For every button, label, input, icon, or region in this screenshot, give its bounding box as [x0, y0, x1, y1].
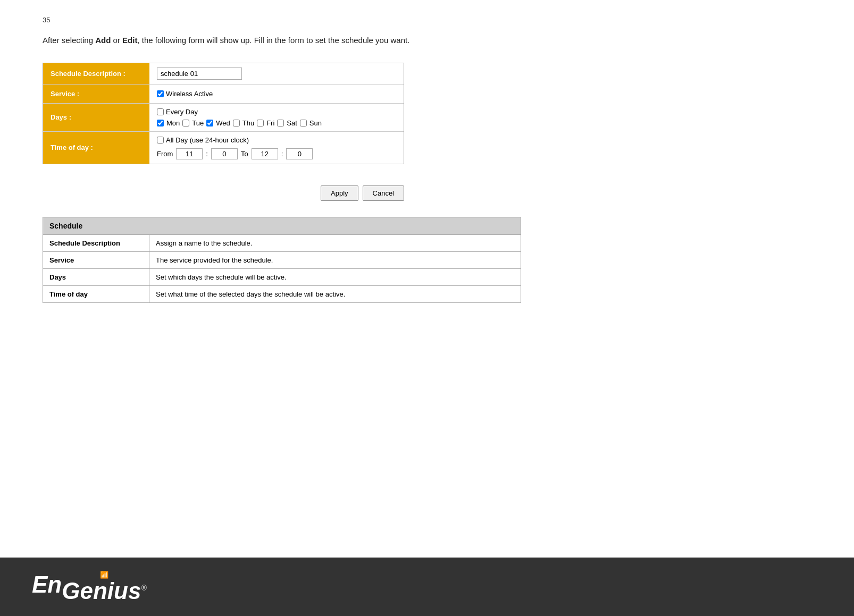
row-label-schedule-description: Schedule Description — [43, 234, 149, 251]
time-label: Time of day : — [43, 132, 149, 164]
schedule-description-input[interactable] — [157, 67, 242, 80]
row-label-service: Service — [43, 251, 149, 268]
service-checkbox[interactable] — [157, 90, 164, 97]
form-row-time: Time of day : All Day (use 24-hour clock… — [43, 132, 404, 164]
page-content: 35 After selecting Add or Edit, the foll… — [0, 0, 854, 345]
intro-edit: Edit — [122, 36, 137, 45]
row-desc-time-of-day: Set what time of the selected days the s… — [149, 285, 521, 302]
apply-button[interactable]: Apply — [321, 185, 358, 201]
all-day-label: All Day (use 24-hour clock) — [166, 136, 249, 144]
individual-days-row: Mon Tue Wed Thu Fri Sat Sun — [157, 119, 396, 127]
cancel-button[interactable]: Cancel — [363, 185, 404, 201]
service-value: Wireless Active — [149, 85, 404, 103]
sun-label: Sun — [309, 119, 322, 127]
thu-checkbox[interactable] — [233, 120, 240, 126]
logo-genius-group: 📶 Genius® — [62, 571, 146, 603]
intro-add: Add — [95, 36, 111, 45]
form-row-service: Service : Wireless Active — [43, 85, 404, 104]
to-colon: : — [281, 150, 283, 158]
logo-registered: ® — [141, 584, 146, 592]
service-text: Wireless Active — [166, 90, 213, 98]
from-hour-input[interactable] — [176, 148, 203, 159]
every-day-label: Every Day — [166, 108, 198, 116]
time-from-to-row: From : To : — [157, 148, 396, 159]
tue-checkbox[interactable] — [182, 120, 189, 126]
mon-checkbox[interactable] — [157, 120, 164, 126]
form-row-days: Days : Every Day Mon Tue Wed Thu Fri — [43, 104, 404, 132]
page-number: 35 — [43, 16, 811, 24]
intro-text-after: , the following form will show up. Fill … — [137, 36, 409, 45]
logo-genius-text: Genius® — [62, 579, 146, 603]
description-table: Schedule Schedule Description Assign a n… — [43, 217, 521, 303]
table-header: Schedule — [43, 217, 521, 234]
table-row: Service The service provided for the sch… — [43, 251, 521, 268]
wed-label: Wed — [216, 119, 230, 127]
footer: En 📶 Genius® — [0, 558, 854, 616]
form-row-schedule-description: Schedule Description : — [43, 63, 404, 85]
days-value: Every Day Mon Tue Wed Thu Fri Sat S — [149, 104, 404, 131]
wed-checkbox[interactable] — [206, 120, 213, 126]
to-label: To — [241, 150, 248, 158]
table-row: Schedule Description Assign a name to th… — [43, 234, 521, 251]
service-checkbox-row: Wireless Active — [157, 90, 213, 98]
sat-checkbox[interactable] — [277, 120, 284, 126]
logo: En 📶 Genius® — [32, 571, 147, 603]
service-label: Service : — [43, 85, 149, 103]
from-colon: : — [206, 150, 208, 158]
from-label: From — [157, 150, 173, 158]
intro-or: or — [111, 36, 122, 45]
thu-label: Thu — [242, 119, 254, 127]
fri-label: Fri — [266, 119, 274, 127]
intro-text-before: After selecting — [43, 36, 95, 45]
every-day-checkbox[interactable] — [157, 108, 164, 115]
table-header-row: Schedule — [43, 217, 521, 234]
intro-paragraph: After selecting Add or Edit, the followi… — [43, 35, 811, 47]
fri-checkbox[interactable] — [257, 120, 264, 126]
from-min-input[interactable] — [211, 148, 238, 159]
all-day-checkbox[interactable] — [157, 137, 164, 144]
sun-checkbox[interactable] — [300, 120, 307, 126]
row-label-time-of-day: Time of day — [43, 285, 149, 302]
schedule-form: Schedule Description : Service : Wireles… — [43, 63, 404, 164]
form-buttons: Apply Cancel — [43, 185, 404, 201]
wifi-icon: 📶 — [62, 571, 146, 578]
row-desc-days: Set which days the schedule will be acti… — [149, 268, 521, 285]
schedule-description-value — [149, 63, 404, 84]
schedule-description-label: Schedule Description : — [43, 63, 149, 84]
time-value: All Day (use 24-hour clock) From : To : — [149, 132, 404, 164]
all-day-row: All Day (use 24-hour clock) — [157, 136, 396, 144]
logo-en-text: En — [32, 571, 62, 598]
row-label-days: Days — [43, 268, 149, 285]
mon-label: Mon — [166, 119, 180, 127]
row-desc-service: The service provided for the schedule. — [149, 251, 521, 268]
days-label: Days : — [43, 104, 149, 131]
row-desc-schedule-description: Assign a name to the schedule. — [149, 234, 521, 251]
every-day-row: Every Day — [157, 108, 396, 116]
sat-label: Sat — [287, 119, 297, 127]
table-row: Days Set which days the schedule will be… — [43, 268, 521, 285]
tue-label: Tue — [192, 119, 204, 127]
table-row: Time of day Set what time of the selecte… — [43, 285, 521, 302]
to-hour-input[interactable] — [252, 148, 278, 159]
to-min-input[interactable] — [286, 148, 313, 159]
